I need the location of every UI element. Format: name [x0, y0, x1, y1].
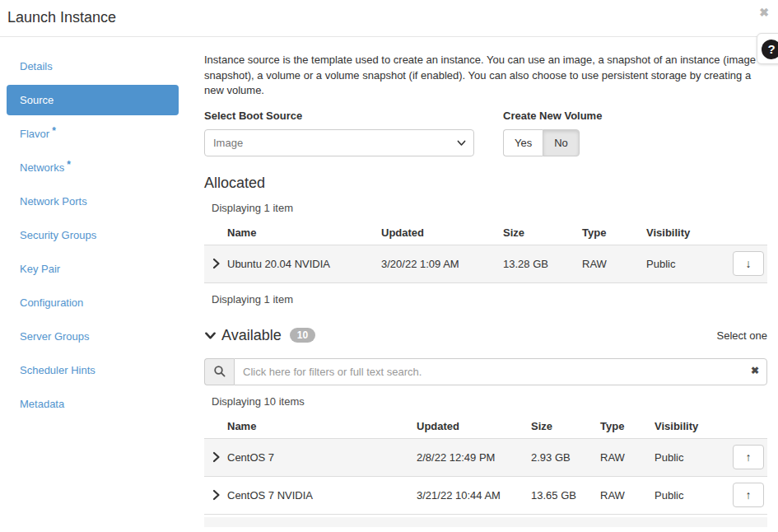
sidebar-item-key-pair[interactable]: Key Pair — [7, 254, 179, 284]
create-volume-label: Create New Volume — [503, 110, 602, 122]
image-name: CentOS 7 NVIDIA — [227, 489, 417, 502]
available-table-header: Name Updated Size Type Visibility — [204, 414, 767, 439]
available-section-header: Available 10 Select one — [204, 327, 767, 344]
table-row: CentOS 7 NVIDIA 3/21/22 10:44 AM 13.65 G… — [204, 477, 767, 515]
col-visibility: Visibility — [646, 226, 717, 239]
image-type: RAW — [600, 451, 655, 464]
allocate-arrow-up-button[interactable]: ↑ — [733, 483, 764, 507]
expand-row-icon[interactable] — [204, 450, 227, 464]
sidebar-item-metadata[interactable]: Metadata — [7, 389, 179, 419]
col-type: Type — [600, 420, 655, 432]
col-name: Name — [227, 420, 417, 432]
allocate-arrow-up-button[interactable]: ↑ — [733, 445, 764, 469]
dialog-header: Launch Instance ✖ — [0, 0, 778, 37]
allocated-table: Name Updated Size Type Visibility Ubuntu… — [204, 221, 767, 283]
image-updated: 3/21/22 10:44 AM — [417, 489, 531, 502]
select-one-hint: Select one — [717, 329, 767, 342]
volume-yes-button[interactable]: Yes — [503, 129, 543, 156]
deallocate-arrow-down-button[interactable]: ↓ — [733, 251, 764, 276]
source-description: Instance source is the template used to … — [204, 53, 767, 99]
image-size: 13.65 GB — [531, 489, 600, 502]
image-type: RAW — [582, 258, 646, 270]
create-volume-toggle: Yes No — [503, 129, 602, 156]
sidebar-item-security-groups[interactable]: Security Groups — [7, 220, 179, 250]
required-asterisk: * — [52, 125, 56, 137]
create-volume-group: Create New Volume Yes No — [503, 110, 602, 156]
help-panel: ? — [757, 33, 778, 64]
table-row: Ubuntu 20.04 NVIDIA 3/20/22 1:09 AM 13.2… — [204, 245, 767, 283]
available-table: Name Updated Size Type Visibility CentOS… — [204, 414, 767, 527]
image-size: 13.28 GB — [503, 258, 582, 270]
search-addon — [204, 358, 234, 385]
boot-source-group: Select Boot Source Image — [204, 110, 474, 156]
image-visibility: Public — [655, 451, 717, 464]
available-heading: Available — [221, 327, 282, 344]
image-name: Ubuntu 20.04 NVIDIA — [227, 258, 381, 270]
image-visibility: Public — [655, 489, 717, 502]
col-size: Size — [503, 226, 582, 239]
boot-source-select[interactable]: Image — [204, 129, 474, 156]
expand-row-icon[interactable] — [204, 488, 227, 502]
sidebar-item-network-ports[interactable]: Network Ports — [7, 186, 179, 217]
allocated-count-top: Displaying 1 item — [204, 202, 767, 214]
close-icon[interactable]: ✖ — [759, 7, 769, 18]
available-count: Displaying 10 items — [204, 395, 767, 408]
search-icon — [213, 365, 226, 378]
image-size: 2.93 GB — [531, 451, 600, 464]
col-type: Type — [582, 226, 646, 239]
image-name: CentOS 7 — [227, 451, 417, 464]
col-updated: Updated — [381, 226, 503, 239]
sidebar-item-source[interactable]: Source — [7, 85, 179, 115]
image-visibility: Public — [646, 258, 717, 270]
allocated-count-bottom: Displaying 1 item — [204, 293, 767, 306]
table-row-partial — [204, 517, 767, 527]
dialog-title: Launch Instance — [7, 9, 116, 26]
col-name: Name — [227, 226, 381, 239]
col-size: Size — [531, 420, 600, 432]
col-visibility: Visibility — [655, 420, 717, 432]
sidebar-item-server-groups[interactable]: Server Groups — [7, 321, 179, 352]
allocated-table-header: Name Updated Size Type Visibility — [204, 221, 767, 245]
search-input[interactable] — [234, 358, 767, 385]
sidebar-item-flavor[interactable]: Flavor* — [7, 119, 179, 149]
sidebar-item-configuration[interactable]: Configuration — [7, 287, 179, 318]
sidebar-item-details[interactable]: Details — [7, 51, 179, 82]
required-asterisk: * — [67, 159, 71, 170]
image-type: RAW — [600, 489, 655, 502]
image-updated: 2/8/22 12:49 PM — [417, 451, 531, 464]
source-step-panel: Instance source is the template used to … — [204, 37, 767, 527]
available-count-badge: 10 — [290, 328, 315, 343]
sidebar-item-networks[interactable]: Networks* — [7, 152, 179, 183]
allocated-heading: Allocated — [204, 175, 767, 192]
help-icon[interactable]: ? — [762, 40, 778, 59]
sidebar-item-scheduler-hints[interactable]: Scheduler Hints — [7, 355, 179, 385]
table-row: CentOS 7 2/8/22 12:49 PM 2.93 GB RAW Pub… — [204, 439, 767, 477]
launch-instance-dialog: Launch Instance ✖ ? Details Source Flavo… — [0, 0, 778, 532]
image-updated: 3/20/22 1:09 AM — [381, 258, 503, 270]
boot-source-label: Select Boot Source — [204, 110, 474, 122]
volume-no-button[interactable]: No — [543, 129, 580, 156]
boot-source-select-wrap: Image — [204, 129, 474, 156]
expand-row-icon[interactable] — [204, 257, 227, 270]
wizard-nav: Details Source Flavor* Networks* Network… — [7, 51, 179, 422]
boot-source-form-row: Select Boot Source Image Create New Volu… — [204, 110, 767, 156]
filter-search-bar: ✖ — [204, 358, 767, 385]
clear-search-icon[interactable]: ✖ — [751, 366, 759, 376]
col-updated: Updated — [417, 420, 531, 432]
collapse-chevron-down-icon[interactable] — [204, 329, 217, 342]
